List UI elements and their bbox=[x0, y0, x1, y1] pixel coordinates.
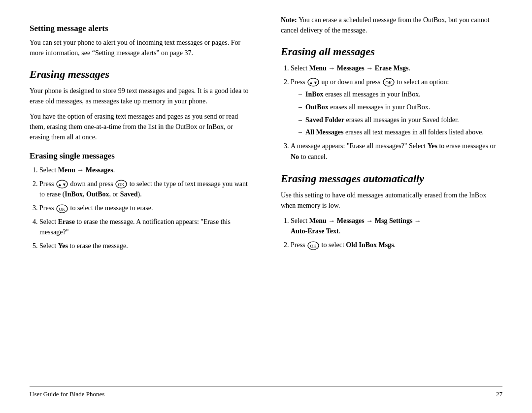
setting-alerts-title: Setting message alerts bbox=[30, 24, 251, 33]
note-label: Note: bbox=[281, 16, 299, 24]
step2-or: , or bbox=[109, 191, 120, 198]
erasing-messages-body1: Your phone is designed to store 99 text … bbox=[30, 86, 251, 106]
option-all-text: erases all text messages in all folders … bbox=[343, 128, 484, 136]
step-4: Select Erase to erase the message. A not… bbox=[39, 217, 251, 238]
option-outbox-text: erases all messages in your OutBox. bbox=[329, 103, 430, 111]
all-step-1: Select Menu → Messages → Erase Msgs. bbox=[291, 63, 502, 74]
step5-text: to erase the message. bbox=[68, 242, 128, 250]
step-2: Press ▲▼ down and press OK to select the… bbox=[39, 179, 251, 200]
right-column: Note: You can erase a scheduled message … bbox=[276, 15, 502, 381]
erasing-single-steps: Select Menu → Messages. Press ▲▼ down an… bbox=[30, 165, 251, 252]
all-step1-messages: Messages bbox=[337, 64, 365, 72]
step3-press: Press bbox=[39, 204, 56, 212]
all-step1-erase: Erase Msgs bbox=[375, 64, 409, 72]
erasing-messages-title: Erasing messages bbox=[30, 68, 251, 81]
erasing-messages-body2: You have the option of erasing text mess… bbox=[30, 111, 251, 142]
erasing-single-section: Erasing single messages Select Menu → Me… bbox=[30, 151, 251, 252]
step-3: Press OK to select the message to erase. bbox=[39, 203, 251, 214]
auto-step1-settings: Msg Settings bbox=[375, 217, 413, 224]
auto-step1-autoerase: Auto-Erase Text bbox=[291, 227, 339, 235]
all-step1-period: . bbox=[409, 64, 411, 72]
ok-icon-1: OK bbox=[115, 180, 128, 189]
step1-menu: Menu bbox=[58, 166, 75, 174]
step1-text-before: Select bbox=[39, 166, 58, 174]
step2-close: ). bbox=[138, 191, 142, 198]
step2-saved: Saved bbox=[120, 191, 138, 198]
step1-messages: Messages bbox=[86, 166, 113, 174]
auto-step1-a2: → bbox=[365, 217, 375, 224]
step2-down-and-press: down and press bbox=[68, 180, 115, 188]
auto-step1-period: . bbox=[339, 227, 341, 235]
all-step3-to-erase: to erase messages or bbox=[437, 142, 496, 150]
erasing-auto-title: Erasing messages automatically bbox=[281, 172, 502, 185]
all-step3-no: No bbox=[291, 153, 299, 160]
option-all: All Messages erases all text messages in… bbox=[299, 127, 502, 138]
option-all-label: All Messages bbox=[305, 128, 343, 136]
auto-step1-a3: → bbox=[412, 217, 421, 224]
step-5: Select Yes to erase the message. bbox=[39, 241, 251, 252]
step5-select: Select bbox=[39, 242, 58, 250]
auto-step2-period: . bbox=[394, 241, 396, 249]
erasing-auto-section: Erasing messages automatically Use this … bbox=[281, 172, 502, 251]
auto-step1-menu: Menu bbox=[309, 217, 327, 224]
all-step1-a1: → bbox=[327, 64, 337, 72]
all-step2-option: to select an option: bbox=[395, 78, 449, 86]
erasing-single-title: Erasing single messages bbox=[30, 151, 251, 161]
ok-icon-4: OK bbox=[307, 241, 320, 250]
content-area: Setting message alerts You can set your … bbox=[30, 15, 502, 381]
step3-text: to select the message to erase. bbox=[68, 204, 153, 212]
setting-alerts-body: You can set your phone to alert you of i… bbox=[30, 37, 251, 58]
svg-text:OK: OK bbox=[118, 182, 125, 187]
step-1: Select Menu → Messages. bbox=[39, 165, 251, 176]
note-text: You can erase a scheduled message from t… bbox=[281, 16, 490, 34]
step4-select: Select bbox=[39, 218, 58, 225]
auto-step2-press: Press bbox=[291, 241, 307, 249]
step2-comma: , bbox=[83, 191, 86, 198]
svg-text:▲▼: ▲▼ bbox=[58, 182, 66, 187]
step5-yes: Yes bbox=[58, 242, 68, 250]
all-step2-press: Press bbox=[291, 78, 307, 86]
setting-alerts-section: Setting message alerts You can set your … bbox=[30, 24, 251, 58]
erasing-auto-steps: Select Menu → Messages → Msg Settings → … bbox=[281, 216, 502, 251]
nav-icon-1: ▲▼ bbox=[56, 180, 68, 189]
all-step-3: A message appears: "Erase all messages?"… bbox=[291, 141, 502, 162]
erasing-all-section: Erasing all messages Select Menu → Messa… bbox=[281, 45, 502, 162]
all-step1-menu: Menu bbox=[309, 64, 327, 72]
step1-arrow: → bbox=[75, 166, 86, 174]
step4-erase: Erase bbox=[58, 218, 75, 225]
option-saved: Saved Folder erases all messages in your… bbox=[299, 115, 502, 126]
all-step3-appears: A message appears: "Erase all messages?"… bbox=[291, 142, 428, 150]
svg-text:▲▼: ▲▼ bbox=[309, 80, 318, 85]
options-list: InBox erases all messages in your InBox.… bbox=[291, 89, 502, 138]
all-step3-yes: Yes bbox=[428, 142, 437, 150]
option-inbox: InBox erases all messages in your InBox. bbox=[299, 89, 502, 100]
all-step1-select: Select bbox=[291, 64, 309, 72]
svg-text:OK: OK bbox=[310, 244, 317, 249]
erasing-messages-section: Erasing messages Your phone is designed … bbox=[30, 68, 251, 142]
erasing-all-steps: Select Menu → Messages → Erase Msgs. Pre… bbox=[281, 63, 502, 162]
note-paragraph: Note: You can erase a scheduled message … bbox=[281, 15, 502, 35]
all-step2-updown: up or down and press bbox=[320, 78, 382, 86]
option-outbox-label: OutBox bbox=[305, 103, 329, 111]
svg-text:OK: OK bbox=[59, 207, 66, 212]
step2-press: Press bbox=[39, 180, 56, 188]
auto-step1-a1: → bbox=[327, 217, 337, 224]
nav-icon-2: ▲▼ bbox=[307, 78, 320, 87]
auto-step-1: Select Menu → Messages → Msg Settings → … bbox=[291, 216, 502, 237]
auto-step-2: Press OK to select Old InBox Msgs. bbox=[291, 240, 502, 251]
option-inbox-text: erases all messages in your InBox. bbox=[324, 91, 421, 98]
left-column: Setting message alerts You can set your … bbox=[30, 15, 256, 381]
erasing-auto-body: Use this setting to have old messages au… bbox=[281, 190, 502, 211]
step1-period: . bbox=[113, 166, 115, 174]
option-outbox: OutBox erases all messages in your OutBo… bbox=[299, 102, 502, 113]
all-step-2: Press ▲▼ up or down and press OK to sele… bbox=[291, 77, 502, 138]
ok-icon-3: OK bbox=[382, 78, 395, 87]
footer: User Guide for Blade Phones 27 bbox=[30, 386, 502, 398]
auto-step2-oldinbox: Old InBox Msgs bbox=[346, 241, 394, 249]
step2-inbox: InBox bbox=[65, 191, 83, 198]
page: Setting message alerts You can set your … bbox=[0, 0, 532, 413]
erasing-all-title: Erasing all messages bbox=[281, 45, 502, 58]
note-section: Note: You can erase a scheduled message … bbox=[281, 15, 502, 35]
all-step3-cancel: to cancel. bbox=[299, 153, 327, 160]
auto-step1-select: Select bbox=[291, 217, 309, 224]
